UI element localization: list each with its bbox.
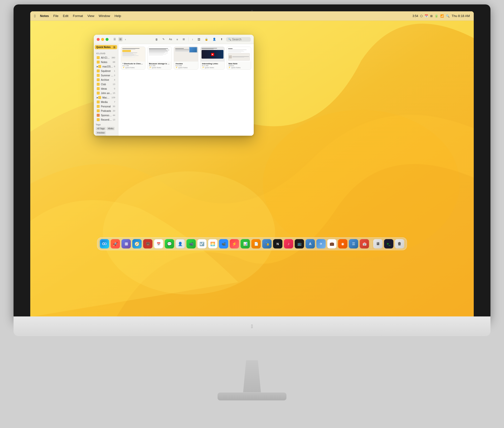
sidebar-count-podcasts: 20 <box>113 110 115 112</box>
tag-review[interactable]: #review <box>96 131 106 134</box>
photo-icon[interactable]: 🖼 <box>197 37 201 41</box>
minimize-button[interactable] <box>101 38 104 41</box>
folder-icon-personal <box>97 105 100 108</box>
dock-launchpad[interactable]: 🚀 <box>111 239 120 248</box>
tag-links[interactable]: #links <box>107 127 115 130</box>
table-icon[interactable]: ⊞ <box>182 37 186 41</box>
dock-iterm[interactable]: >_ <box>384 239 394 248</box>
dock-appletv[interactable]: 📺 <box>295 239 304 248</box>
folder-icon-allicloud <box>97 56 100 59</box>
menu-format[interactable]: Format <box>73 14 83 18</box>
dock-numbers[interactable]: 📊 <box>241 239 250 248</box>
dock-finder[interactable] <box>100 239 109 248</box>
lock-icon[interactable]: 🔒 <box>204 37 209 41</box>
close-button[interactable] <box>97 38 100 41</box>
dock-bear[interactable]: 🐻 <box>143 239 153 248</box>
note-card-shortcuts[interactable]: * Shortcuts to Check Out 8:17 AM ⚡ Quick… <box>121 47 145 70</box>
window-body: Quick Notes 5 iCloud All iCloud 380 Note… <box>94 44 254 136</box>
sidebar-item-sponsorships[interactable]: Sponsorships 44 <box>95 113 117 117</box>
sidebar-item-media[interactable]: Media 7 <box>95 100 117 104</box>
collab-icon[interactable]: 👤 <box>212 37 217 41</box>
dock-appgrid[interactable]: ⊞ <box>122 239 131 248</box>
dock-fantastical[interactable]: 📅 <box>360 239 369 248</box>
dock-music[interactable]: ♪ <box>284 239 293 248</box>
note-info-links: Interesting Links: 8:17 AM ⚡ Quick Notes <box>201 62 225 69</box>
sidebar-item-notes[interactable]: Notes 68 <box>95 60 117 64</box>
dock-messages[interactable]: 💬 <box>165 239 174 248</box>
dock-pages[interactable]: 📄 <box>252 239 261 248</box>
svg-point-2 <box>103 171 275 295</box>
dock-slack[interactable]: 💼 <box>327 239 337 248</box>
notes-area[interactable]: * Shortcuts to Check Out 8:17 AM ⚡ Quick… <box>118 44 254 136</box>
dock-appstore[interactable]: A <box>306 239 315 248</box>
quick-notes-icon-2: ⚡ <box>149 66 151 68</box>
tag-all[interactable]: All Tags <box>96 127 106 130</box>
sidebar-count-media: 7 <box>114 101 115 103</box>
export-icon[interactable]: ⬆ <box>220 37 224 41</box>
dock-netnewswire[interactable]: ☰ <box>349 239 358 248</box>
note-card-review[interactable]: #review 8:17 AM ⚡ Quick Notes <box>174 47 198 70</box>
menubar-dropbox-icon: ⬡ <box>420 14 423 18</box>
sidebar-item-squibner[interactable]: Squibner 1 <box>95 69 117 73</box>
grid-view-icon[interactable]: ⊞ <box>118 37 123 41</box>
new-note-icon[interactable]: ✎ <box>161 37 166 41</box>
quick-notes-icon-3: ⚡ <box>175 66 178 68</box>
note-card-newnote[interactable]: New Note 10/3/21 ⚡ Quick Notes <box>227 47 251 70</box>
sidebar-item-archive[interactable]: Archive 4 <box>95 78 117 82</box>
maximize-button[interactable] <box>106 38 109 41</box>
dock-rss[interactable]: ◉ <box>338 239 347 248</box>
notes-window: ☰ ⊞ ‹ 🗑 ✎ Aa ≡ ⊞ ↑ 🖼 🔒 👤 <box>94 35 254 136</box>
dock-testflight[interactable]: ✈ <box>316 239 326 248</box>
sidebar-item-recentlydeleted[interactable]: Recently Deleted 13 <box>95 117 117 122</box>
list-view-icon[interactable]: ☰ <box>112 37 117 41</box>
dock-notch[interactable]: N <box>273 239 283 248</box>
checklist-icon[interactable]: ≡ <box>175 37 179 41</box>
dock-calendar[interactable]: 📅 <box>154 239 163 248</box>
dock-keynote[interactable]: 🎭 <box>262 239 272 248</box>
sidebar-item-summercoverage[interactable]: Summer Coverage... 3 <box>95 73 117 78</box>
menubar-search-icon[interactable]: 🔍 <box>446 14 450 18</box>
app-name[interactable]: Notes <box>40 14 49 18</box>
dock-facetime[interactable]: 📹 <box>187 239 196 248</box>
svg-point-6 <box>103 243 104 245</box>
delete-icon[interactable]: 🗑 <box>154 37 159 41</box>
dock-safari[interactable]: 🧭 <box>132 239 142 248</box>
sidebar-item-ideas[interactable]: Ideas 0 <box>95 86 117 91</box>
menu-window[interactable]: Window <box>99 14 110 18</box>
menu-view[interactable]: View <box>87 14 94 18</box>
icloud-header: iCloud <box>94 50 118 55</box>
dock-finder2[interactable]: 🖥 <box>373 239 383 248</box>
dock-contacts[interactable]: 👤 <box>176 239 185 248</box>
sidebar-item-allicloud[interactable]: All iCloud 380 <box>95 55 117 60</box>
sidebar-item-club[interactable]: Club 13 <box>95 82 117 86</box>
menubar-battery-icon: 🔋 <box>435 14 438 18</box>
sidebar-item-macos11[interactable]: ▶ macOS 11 8 <box>95 64 117 69</box>
menu-help[interactable]: Help <box>114 14 121 18</box>
back-icon[interactable]: ‹ <box>124 37 127 41</box>
apple-menu[interactable]:  <box>34 14 35 18</box>
dock-photos[interactable]: 🌅 <box>208 239 218 248</box>
dock-zoom[interactable]: 📹 <box>219 239 228 248</box>
sidebar-item-personal[interactable]: Personal 30 <box>95 104 117 109</box>
share-icon[interactable]: ↑ <box>191 37 194 41</box>
note-card-storage[interactable]: Because storage is always... 8:17 AM ⚡ Q… <box>147 47 172 70</box>
search-input[interactable] <box>232 38 249 41</box>
sidebar-item-podcasts[interactable]: Podcasts 20 <box>95 109 117 113</box>
sidebar-count-macos11: 8 <box>114 65 115 68</box>
note-card-links[interactable]: Interesting Links: 8:17 AM ⚡ Quick Notes <box>200 47 225 70</box>
sidebar-item-macstories[interactable]: ▶ MacStories 109 <box>95 95 117 100</box>
sidebar-label-ideas: Ideas <box>101 87 113 90</box>
menu-edit[interactable]: Edit <box>63 14 68 18</box>
tag-weekly[interactable]: #Weekly <box>96 135 107 136</box>
format-icon[interactable]: Aa <box>168 37 173 41</box>
dock-shortcuts[interactable]: ⚡ <box>230 239 239 248</box>
menu-file[interactable]: File <box>53 14 59 18</box>
sidebar-label-sponsorships: Sponsorships <box>101 114 112 117</box>
search-bar[interactable]: 🔍 <box>226 37 251 42</box>
dock-trash[interactable]: 🗑 <box>395 239 404 248</box>
quick-notes-item[interactable]: Quick Notes 5 <box>95 45 117 49</box>
sidebar-item-johnandticci[interactable]: John and Ticci 15 <box>95 91 117 95</box>
note-folder-label-shortcuts: Quick Notes <box>125 67 135 68</box>
note-title-review: #review <box>175 63 197 65</box>
dock-reminders[interactable]: ☑️ <box>197 239 207 248</box>
